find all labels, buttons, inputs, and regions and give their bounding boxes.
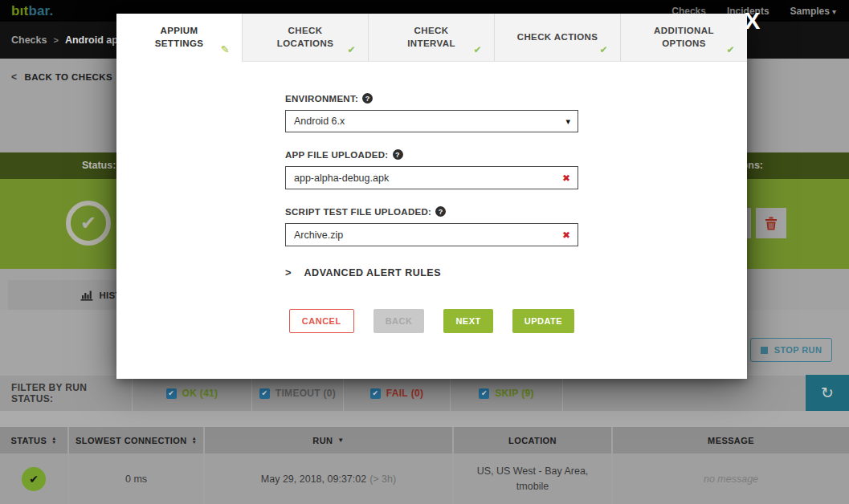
tab-check-locations[interactable]: CHECK LOCATIONS ✔ [243, 14, 369, 62]
column-status-label: STATUS [10, 436, 47, 445]
row-message-cell: no message [613, 453, 849, 504]
filter-fail-count: (0) [411, 388, 424, 399]
script-file-label-text: SCRIPT TEST FILE UPLOADED: [285, 207, 431, 217]
sort-icon: ▲▼ [192, 437, 197, 445]
check-icon: ✔ [348, 43, 356, 56]
sort-desc-icon: ▼ [192, 441, 197, 445]
modal-body: ENVIRONMENT: ? Android 6.x ▾ APP FILE UP… [285, 93, 578, 333]
check-icon: ✔ [481, 389, 488, 397]
check-icon: ✔ [80, 212, 96, 234]
check-settings-modal: APPIUM SETTINGS ✎ CHECK LOCATIONS ✔ CHEC… [116, 14, 747, 379]
column-message-label: MESSAGE [708, 436, 754, 445]
app-file-label-text: APP FILE UPLOADED: [285, 150, 389, 160]
checkbox-ok[interactable]: ✔ [166, 388, 177, 399]
script-file-field: ✖ [285, 223, 578, 246]
refresh-button[interactable]: ↻ [806, 375, 849, 411]
stop-run-label: STOP RUN [774, 345, 822, 355]
stop-run-button[interactable]: STOP RUN [750, 338, 832, 362]
modal-button-row: CANCEL BACK NEXT UPDATE [285, 309, 578, 333]
wizard-tabs: APPIUM SETTINGS ✎ CHECK LOCATIONS ✔ CHEC… [116, 14, 747, 62]
check-icon: ✔ [262, 389, 268, 397]
location-line-1: US, US West - Bay Area, [477, 464, 589, 479]
environment-label: ENVIRONMENT: ? [285, 93, 578, 104]
menu-item-samples-label: Samples [790, 6, 830, 17]
breadcrumb-current: Android app [65, 35, 124, 46]
tab-check-interval[interactable]: CHECK INTERVAL ✔ [369, 14, 495, 62]
check-icon: ✔ [168, 389, 174, 397]
sort-desc-icon: ▼ [51, 441, 56, 445]
filter-fail-text: FAIL [386, 388, 408, 399]
checkbox-skip[interactable]: ✔ [479, 388, 489, 399]
column-header-message[interactable]: MESSAGE [613, 427, 849, 453]
help-icon[interactable]: ? [362, 93, 373, 104]
update-button[interactable]: UPDATE [512, 309, 574, 333]
filter-skip-label: SKIP (9) [495, 388, 533, 399]
menu-item-samples[interactable]: Samples▾ [790, 6, 836, 17]
table-row[interactable]: ✔ 0 ms May 29, 2018, 09:37:02 (> 3h) US,… [0, 453, 849, 504]
checkbox-fail[interactable]: ✔ [370, 388, 381, 399]
advanced-alert-rules-label: ADVANCED ALERT RULES [304, 267, 441, 278]
column-header-slowest-connection[interactable]: SLOWEST CONNECTION ▲▼ [69, 427, 203, 453]
column-slowest-label: SLOWEST CONNECTION [76, 436, 187, 445]
breadcrumb-checks[interactable]: Checks [11, 35, 47, 46]
row-slowest-cell: 0 ms [69, 453, 203, 504]
checkbox-timeout[interactable]: ✔ [259, 388, 270, 399]
filter-fail[interactable]: ✔ FAIL (0) [343, 376, 450, 411]
filter-fail-label: FAIL (0) [386, 388, 423, 399]
filter-timeout-count: (0) [324, 388, 337, 399]
column-location-label: LOCATION [508, 436, 557, 445]
divider [0, 411, 849, 427]
column-header-status[interactable]: STATUS ▲▼ [0, 427, 67, 453]
back-to-checks-link[interactable]: < BACK TO CHECKS [11, 71, 112, 83]
tab-check-actions[interactable]: CHECK ACTIONS ✔ [495, 14, 621, 62]
tab-appium-settings-label: APPIUM SETTINGS [137, 25, 221, 50]
filter-ok-label: OK (41) [182, 388, 218, 399]
remove-app-file-icon[interactable]: ✖ [562, 173, 570, 184]
sort-icon: ▲▼ [51, 437, 56, 445]
refresh-icon: ↻ [821, 384, 834, 402]
app-file-field: ✖ [285, 166, 578, 189]
tab-appium-settings[interactable]: APPIUM SETTINGS ✎ [116, 14, 243, 62]
question-icon: ? [365, 95, 370, 103]
filter-timeout-text: TIMEOUT [276, 388, 320, 399]
runs-table-header: STATUS ▲▼ SLOWEST CONNECTION ▲▼ RUN ▼ LO… [0, 427, 849, 453]
environment-select[interactable]: Android 6.x ▾ [285, 110, 578, 132]
filter-timeout[interactable]: ✔ TIMEOUT (0) [251, 376, 343, 411]
tab-additional-options-label: ADDITIONAL OPTIONS [642, 25, 726, 50]
filter-label: FILTER BY RUN STATUS: [0, 376, 132, 411]
environment-label-text: ENVIRONMENT: [285, 94, 358, 104]
stop-icon [761, 347, 768, 354]
bitbar-logo[interactable]: bıtbar. [11, 3, 53, 19]
location-line-2: tmobile [516, 479, 549, 494]
filter-skip-text: SKIP [495, 388, 518, 399]
next-button[interactable]: NEXT [443, 309, 492, 333]
run-relative-time: (> 3h) [369, 474, 396, 485]
close-modal-button[interactable]: X [745, 10, 760, 33]
filter-skip-count: (9) [521, 388, 534, 399]
help-icon[interactable]: ? [435, 206, 446, 217]
help-icon[interactable]: ? [393, 149, 403, 160]
filter-ok-text: OK [182, 388, 198, 399]
status-ok-badge: ✔ [22, 467, 46, 491]
logo-part-1: bıt [11, 3, 28, 18]
delete-check-button[interactable] [756, 208, 786, 238]
app-file-input[interactable] [286, 167, 578, 189]
script-file-label: SCRIPT TEST FILE UPLOADED: ? [285, 206, 578, 217]
filter-ok[interactable]: ✔ OK (41) [132, 376, 251, 411]
check-icon: ✔ [29, 473, 39, 486]
script-file-input[interactable] [286, 224, 578, 246]
tab-additional-options[interactable]: ADDITIONAL OPTIONS ✔ [621, 14, 747, 62]
bar-chart-icon [80, 290, 93, 301]
sort-desc-icon: ▼ [337, 437, 344, 444]
cancel-button[interactable]: CANCEL [289, 309, 354, 333]
run-timestamp: May 29, 2018, 09:37:02 [261, 474, 366, 485]
remove-script-file-icon[interactable]: ✖ [562, 230, 570, 241]
status-ok-circle-icon: ✔ [66, 201, 111, 246]
column-header-run[interactable]: RUN ▼ [205, 427, 452, 453]
back-button[interactable]: BACK [373, 309, 425, 333]
tab-check-interval-label: CHECK INTERVAL [390, 25, 473, 50]
column-header-location[interactable]: LOCATION [454, 427, 611, 453]
filter-skip[interactable]: ✔ SKIP (9) [450, 376, 562, 411]
row-location-cell: US, US West - Bay Area, tmobile [454, 453, 611, 504]
advanced-alert-rules-toggle[interactable]: > ADVANCED ALERT RULES [285, 266, 578, 278]
